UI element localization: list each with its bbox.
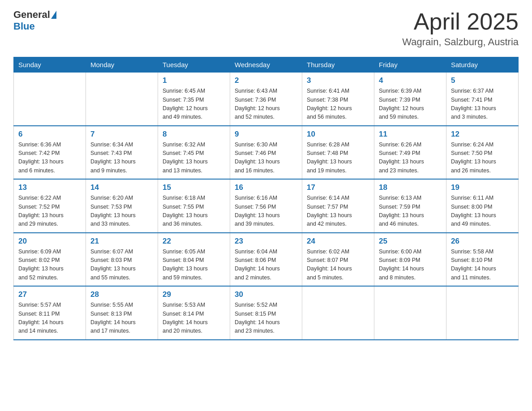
day-info: Sunrise: 6:00 AM Sunset: 8:09 PM Dayligh… (379, 248, 442, 283)
day-info: Sunrise: 6:39 AM Sunset: 7:39 PM Dayligh… (379, 87, 442, 122)
day-number: 2 (235, 76, 297, 85)
day-number: 1 (163, 76, 225, 85)
day-number: 14 (90, 183, 153, 192)
calendar-cell: 10Sunrise: 6:28 AM Sunset: 7:48 PM Dayli… (302, 126, 374, 180)
calendar-cell (302, 286, 374, 340)
title-block: April 2025 Wagrain, Salzburg, Austria (402, 9, 519, 48)
day-number: 9 (235, 130, 297, 139)
calendar-cell: 25Sunrise: 6:00 AM Sunset: 8:09 PM Dayli… (374, 233, 446, 287)
day-number: 21 (90, 237, 153, 246)
calendar-table: SundayMondayTuesdayWednesdayThursdayFrid… (13, 57, 519, 340)
day-number: 17 (307, 183, 369, 192)
day-number: 16 (235, 183, 297, 192)
day-number: 3 (307, 76, 369, 85)
calendar-cell: 19Sunrise: 6:11 AM Sunset: 8:00 PM Dayli… (446, 179, 519, 233)
day-info: Sunrise: 6:41 AM Sunset: 7:38 PM Dayligh… (307, 87, 369, 122)
day-info: Sunrise: 5:52 AM Sunset: 8:15 PM Dayligh… (235, 301, 297, 336)
day-info: Sunrise: 6:16 AM Sunset: 7:56 PM Dayligh… (235, 194, 297, 229)
day-info: Sunrise: 6:05 AM Sunset: 8:04 PM Dayligh… (163, 248, 225, 283)
calendar-cell: 5Sunrise: 6:37 AM Sunset: 7:41 PM Daylig… (446, 73, 519, 126)
day-number: 15 (163, 183, 225, 192)
day-number: 25 (379, 237, 442, 246)
day-info: Sunrise: 6:32 AM Sunset: 7:45 PM Dayligh… (163, 141, 225, 176)
weekday-header-row: SundayMondayTuesdayWednesdayThursdayFrid… (14, 57, 519, 73)
day-number: 8 (163, 130, 225, 139)
day-number: 5 (451, 76, 514, 85)
calendar-cell (14, 73, 86, 126)
calendar-cell: 26Sunrise: 5:58 AM Sunset: 8:10 PM Dayli… (446, 233, 519, 287)
weekday-header-sunday: Sunday (14, 57, 86, 73)
week-row-5: 27Sunrise: 5:57 AM Sunset: 8:11 PM Dayli… (14, 286, 519, 340)
day-number: 23 (235, 237, 297, 246)
day-info: Sunrise: 5:58 AM Sunset: 8:10 PM Dayligh… (451, 248, 514, 283)
day-number: 27 (18, 290, 81, 299)
calendar-cell: 29Sunrise: 5:53 AM Sunset: 8:14 PM Dayli… (158, 286, 230, 340)
calendar-cell: 27Sunrise: 5:57 AM Sunset: 8:11 PM Dayli… (14, 286, 86, 340)
day-info: Sunrise: 6:14 AM Sunset: 7:57 PM Dayligh… (307, 194, 369, 229)
day-info: Sunrise: 5:53 AM Sunset: 8:14 PM Dayligh… (163, 301, 225, 336)
day-number: 6 (18, 130, 81, 139)
day-number: 26 (451, 237, 514, 246)
day-info: Sunrise: 6:28 AM Sunset: 7:48 PM Dayligh… (307, 141, 369, 176)
day-info: Sunrise: 6:13 AM Sunset: 7:59 PM Dayligh… (379, 194, 442, 229)
day-number: 28 (90, 290, 153, 299)
calendar-cell: 16Sunrise: 6:16 AM Sunset: 7:56 PM Dayli… (230, 179, 302, 233)
calendar-cell: 15Sunrise: 6:18 AM Sunset: 7:55 PM Dayli… (158, 179, 230, 233)
calendar-cell (86, 73, 158, 126)
calendar-cell: 2Sunrise: 6:43 AM Sunset: 7:36 PM Daylig… (230, 73, 302, 126)
week-row-2: 6Sunrise: 6:36 AM Sunset: 7:42 PM Daylig… (14, 126, 519, 180)
calendar-cell: 13Sunrise: 6:22 AM Sunset: 7:52 PM Dayli… (14, 179, 86, 233)
day-number: 24 (307, 237, 369, 246)
page-header: General Blue April 2025 Wagrain, Salzbur… (13, 9, 519, 48)
calendar-cell: 21Sunrise: 6:07 AM Sunset: 8:03 PM Dayli… (86, 233, 158, 287)
calendar-title: April 2025 (402, 9, 519, 34)
day-info: Sunrise: 5:57 AM Sunset: 8:11 PM Dayligh… (18, 301, 81, 336)
logo-triangle-icon (51, 11, 56, 19)
day-info: Sunrise: 6:20 AM Sunset: 7:53 PM Dayligh… (90, 194, 153, 229)
week-row-4: 20Sunrise: 6:09 AM Sunset: 8:02 PM Dayli… (14, 233, 519, 287)
day-info: Sunrise: 6:36 AM Sunset: 7:42 PM Dayligh… (18, 141, 81, 176)
day-info: Sunrise: 5:55 AM Sunset: 8:13 PM Dayligh… (90, 301, 153, 336)
day-info: Sunrise: 6:37 AM Sunset: 7:41 PM Dayligh… (451, 87, 514, 122)
calendar-cell: 30Sunrise: 5:52 AM Sunset: 8:15 PM Dayli… (230, 286, 302, 340)
weekday-header-friday: Friday (374, 57, 446, 73)
day-info: Sunrise: 6:34 AM Sunset: 7:43 PM Dayligh… (90, 141, 153, 176)
week-row-1: 1Sunrise: 6:45 AM Sunset: 7:35 PM Daylig… (14, 73, 519, 126)
day-number: 12 (451, 130, 514, 139)
calendar-cell: 28Sunrise: 5:55 AM Sunset: 8:13 PM Dayli… (86, 286, 158, 340)
day-info: Sunrise: 6:24 AM Sunset: 7:50 PM Dayligh… (451, 141, 514, 176)
calendar-cell: 7Sunrise: 6:34 AM Sunset: 7:43 PM Daylig… (86, 126, 158, 180)
day-number: 7 (90, 130, 153, 139)
day-info: Sunrise: 6:22 AM Sunset: 7:52 PM Dayligh… (18, 194, 81, 229)
calendar-cell: 8Sunrise: 6:32 AM Sunset: 7:45 PM Daylig… (158, 126, 230, 180)
day-info: Sunrise: 6:26 AM Sunset: 7:49 PM Dayligh… (379, 141, 442, 176)
day-number: 11 (379, 130, 442, 139)
calendar-cell: 23Sunrise: 6:04 AM Sunset: 8:06 PM Dayli… (230, 233, 302, 287)
day-number: 13 (18, 183, 81, 192)
day-number: 30 (235, 290, 297, 299)
calendar-cell: 22Sunrise: 6:05 AM Sunset: 8:04 PM Dayli… (158, 233, 230, 287)
day-number: 22 (163, 237, 225, 246)
calendar-cell (374, 286, 446, 340)
day-info: Sunrise: 6:43 AM Sunset: 7:36 PM Dayligh… (235, 87, 297, 122)
logo-text: General Blue (13, 9, 56, 32)
weekday-header-tuesday: Tuesday (158, 57, 230, 73)
calendar-subtitle: Wagrain, Salzburg, Austria (402, 36, 519, 48)
calendar-cell: 18Sunrise: 6:13 AM Sunset: 7:59 PM Dayli… (374, 179, 446, 233)
calendar-cell: 20Sunrise: 6:09 AM Sunset: 8:02 PM Dayli… (14, 233, 86, 287)
calendar-cell: 4Sunrise: 6:39 AM Sunset: 7:39 PM Daylig… (374, 73, 446, 126)
day-number: 4 (379, 76, 442, 85)
day-info: Sunrise: 6:02 AM Sunset: 8:07 PM Dayligh… (307, 248, 369, 283)
calendar-cell: 17Sunrise: 6:14 AM Sunset: 7:57 PM Dayli… (302, 179, 374, 233)
calendar-cell: 11Sunrise: 6:26 AM Sunset: 7:49 PM Dayli… (374, 126, 446, 180)
week-row-3: 13Sunrise: 6:22 AM Sunset: 7:52 PM Dayli… (14, 179, 519, 233)
weekday-header-saturday: Saturday (446, 57, 519, 73)
logo: General Blue (13, 9, 56, 32)
day-number: 20 (18, 237, 81, 246)
calendar-cell: 6Sunrise: 6:36 AM Sunset: 7:42 PM Daylig… (14, 126, 86, 180)
day-info: Sunrise: 6:18 AM Sunset: 7:55 PM Dayligh… (163, 194, 225, 229)
weekday-header-thursday: Thursday (302, 57, 374, 73)
calendar-cell: 9Sunrise: 6:30 AM Sunset: 7:46 PM Daylig… (230, 126, 302, 180)
day-info: Sunrise: 6:09 AM Sunset: 8:02 PM Dayligh… (18, 248, 81, 283)
day-info: Sunrise: 6:04 AM Sunset: 8:06 PM Dayligh… (235, 248, 297, 283)
